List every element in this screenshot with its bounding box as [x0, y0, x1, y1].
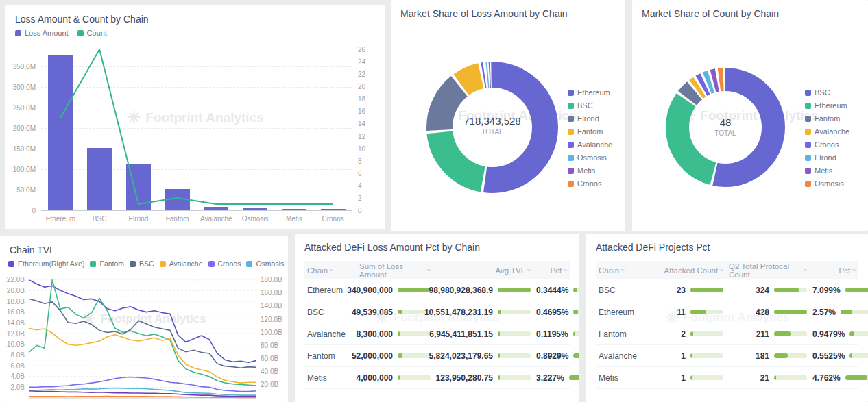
loss-pct-table: Chain~Sum of Loss Amount~Avg TVL~Pct~Eth…: [304, 261, 570, 389]
right-axis-tick: 160.0B: [261, 289, 282, 297]
chain-cell: Avalanche: [304, 329, 357, 339]
right-axis-tick: 100.0B: [261, 329, 282, 336]
cell-bar-fill: [573, 353, 579, 358]
table-row: BSC233247.099%: [596, 279, 858, 301]
total-label: TOTAL: [677, 129, 773, 137]
cell-bar-fill: [774, 375, 776, 380]
left-axis-tick: 18.0B: [7, 298, 25, 305]
col-header-chain[interactable]: Chain~: [596, 266, 652, 275]
tvl-line-fantom: [29, 280, 256, 386]
cell-value: 7.099%: [812, 286, 841, 295]
col-header-avg-tvl[interactable]: Avg TVL~: [433, 266, 533, 275]
cell-bar: [774, 310, 807, 314]
col-header-pct[interactable]: Pct~: [810, 266, 858, 275]
value-cell: 23: [652, 286, 726, 295]
legend-item-cronos[interactable]: Cronos: [208, 260, 241, 268]
cell-bar: [845, 288, 868, 292]
value-cell: 0.3444%: [533, 286, 579, 295]
cell-value: 5,824,023,179.65: [429, 351, 493, 361]
cell-value: 52,000,000: [352, 351, 393, 361]
tvl-line-ethereum-right-axe-: [29, 280, 256, 363]
legend-item-osmosis[interactable]: Osmosis: [246, 260, 284, 268]
right-axis-tick: 60.0B: [261, 355, 278, 362]
legend-chip: [208, 261, 215, 267]
legend-item-fantom[interactable]: Fantom: [90, 260, 124, 268]
sort-indicator-icon: ~: [803, 266, 807, 274]
chain-cell: Avalanche: [596, 351, 652, 361]
sort-indicator-icon: ~: [852, 266, 856, 274]
value-cell: 8,300,000: [357, 329, 433, 339]
right-axis-tick: 180.0B: [261, 276, 282, 284]
table-row: Ethereum340,900,00098,980,928,368.90.344…: [304, 279, 570, 301]
table-header-row: Chain~Attacked Count~Q2 Total Protocal C…: [596, 261, 858, 279]
legend-item-count[interactable]: Count: [77, 29, 107, 37]
col-header-pct[interactable]: Pct~: [533, 266, 570, 275]
legend-item-loss-amount[interactable]: Loss Amount: [15, 29, 69, 37]
panel-chain-tvl: Chain TVL ✳Footprint Analytics Ethereum(…: [0, 236, 288, 402]
value-cell: 49,539,085: [357, 307, 433, 317]
col-header-label: Q2 Total Protocal Count: [729, 262, 801, 279]
tvl-line-avalanche: [29, 328, 256, 383]
left-axis-tick: 16.0B: [7, 308, 25, 316]
legend-label: Count: [87, 29, 107, 37]
cell-value: 181: [756, 351, 769, 361]
col-header-label: Pct: [839, 266, 851, 275]
col-header-attacked-count[interactable]: Attacked Count~: [652, 266, 726, 275]
cell-bar-fill: [774, 288, 799, 292]
legend-item-bsc[interactable]: BSC: [130, 260, 154, 268]
chain-cell: BSC: [304, 307, 357, 317]
donut-svg: [632, 0, 868, 231]
value-cell: 211: [726, 329, 810, 339]
sort-indicator-icon: ~: [620, 266, 625, 274]
panel-loss-amount-count-by-chain: Loss Amount & Count by Chain ✳Footprint …: [5, 5, 385, 229]
value-cell: 0.9479%: [810, 329, 868, 339]
right-axis-tick: 120.0B: [261, 316, 282, 323]
legend-label: Loss Amount: [25, 29, 69, 37]
col-header-q2-total-protocal-count[interactable]: Q2 Total Protocal Count~: [726, 262, 810, 279]
col-header-chain[interactable]: Chain~: [304, 266, 357, 275]
cell-value: 340,900,000: [347, 286, 393, 295]
cell-bar: [398, 331, 431, 336]
legend-label: Cronos: [218, 260, 241, 268]
value-cell: 7.099%: [810, 286, 868, 295]
cell-bar-fill: [690, 310, 706, 314]
cell-value: 2: [681, 329, 686, 339]
cell-bar-fill: [849, 353, 852, 358]
left-axis-tick: 12.0B: [7, 330, 25, 338]
legend-item-avalanche[interactable]: Avalanche: [160, 260, 203, 268]
bar-line-chart: 350.0M300.0M250.0M200.0M150.0M100.0M50.0…: [11, 42, 380, 227]
tvl-line-elrond: [29, 391, 256, 397]
cell-value: 123,950,280.75: [436, 373, 493, 383]
tvl-svg: 22.0B20.0B18.0B16.0B14.0B12.0B10.0B8.0B6…: [0, 269, 288, 402]
cell-bar: [398, 353, 431, 358]
cell-bar: [573, 288, 579, 292]
table-header-row: Chain~Sum of Loss Amount~Avg TVL~Pct~: [304, 261, 570, 279]
col-header-label: Pct: [551, 266, 562, 275]
cell-bar: [573, 310, 579, 314]
legend-item-ethereum-right-axe-[interactable]: Ethereum(Right Axe): [8, 260, 84, 268]
cell-bar-fill: [845, 375, 867, 380]
cell-bar-fill: [841, 310, 852, 314]
value-cell: 21: [726, 373, 810, 383]
cell-bar: [498, 288, 531, 292]
cell-bar-fill: [573, 310, 578, 314]
panel-title: Loss Amount & Count by Chain: [15, 14, 149, 25]
cell-bar-fill: [690, 288, 723, 292]
sort-indicator-icon: ~: [719, 266, 723, 274]
value-cell: 98,980,928,368.9: [433, 286, 533, 295]
value-cell: 123,950,280.75: [433, 373, 533, 383]
cell-bar-fill: [573, 331, 575, 336]
cell-bar-fill: [398, 331, 400, 336]
col-header-sum-of-loss-amount[interactable]: Sum of Loss Amount~: [357, 262, 433, 279]
value-cell: 0.4695%: [533, 307, 579, 317]
left-axis-tick: 14.0B: [7, 319, 25, 327]
cell-bar-fill: [849, 331, 854, 336]
cell-bar-fill: [774, 353, 788, 358]
cell-value: 49,539,085: [352, 307, 393, 317]
value-cell: 4.762%: [810, 373, 868, 383]
value-cell: 0.8929%: [533, 351, 579, 361]
value-cell: 181: [726, 351, 810, 361]
value-cell: 0.1195%: [533, 329, 579, 339]
panel-title: Attacked DeFi Projects Pct: [596, 242, 710, 253]
cell-bar: [690, 310, 723, 314]
